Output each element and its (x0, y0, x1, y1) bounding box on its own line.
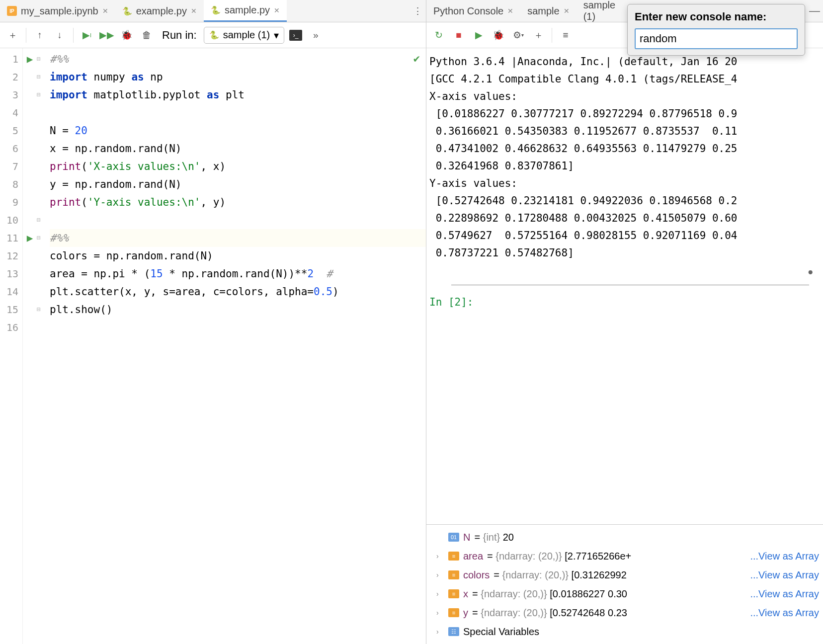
tab-label: Python Console (433, 5, 503, 17)
console-output-line: 0.78737221 0.57482768] (429, 244, 820, 262)
view-as-array-link[interactable]: ...View as Array (750, 567, 819, 583)
separator (73, 28, 74, 43)
variable-row[interactable]: ›≡colors = {ndarray: (20,)} [0.31262992 … (426, 565, 823, 584)
close-icon[interactable]: ✕ (191, 7, 197, 15)
rename-console-input[interactable] (635, 28, 798, 49)
console-output-line: X-axis values: (429, 88, 820, 105)
var-value: = {ndarray: (20,)} [0.52742648 0.23 (472, 605, 627, 621)
stop-button[interactable]: ■ (450, 27, 467, 44)
var-type-icon: ≡ (448, 589, 459, 598)
var-name: y (463, 605, 468, 621)
console-output-line: Python 3.6.4 |Anaconda, Inc.| (default, … (429, 53, 820, 71)
debug-console-button[interactable]: 🐞 (490, 27, 507, 44)
run-all-button[interactable]: ▶▶ (98, 27, 115, 44)
run-target-select[interactable]: sample (1) ▾ (204, 27, 284, 44)
python-file-icon (211, 5, 221, 15)
console-output-line: 0.36166021 0.54350383 0.11952677 0.87355… (429, 123, 820, 140)
tab-label: my_sample.ipynb (21, 5, 98, 17)
expand-arrow-icon[interactable]: › (436, 586, 444, 602)
var-name: N (463, 529, 470, 545)
rename-console-label: Enter new console name: (635, 10, 798, 23)
var-type-icon: ≡ (448, 608, 459, 617)
python-file-icon (122, 6, 132, 16)
input-prompt[interactable]: In [2]: (429, 296, 820, 308)
variable-row[interactable]: ›≡y = {ndarray: (20,)} [0.52742648 0.23.… (426, 603, 823, 622)
variable-row[interactable]: ›≡x = {ndarray: (20,)} [0.01886227 0.30.… (426, 584, 823, 603)
expand-arrow-icon[interactable]: › (436, 548, 444, 564)
console-output-line: 0.32641968 0.83707861] (429, 158, 820, 175)
var-value: = {ndarray: (20,)} [0.01886227 0.30 (472, 586, 627, 602)
new-console-button[interactable]: ＋ (530, 27, 547, 44)
console-output-line: 0.47341002 0.46628632 0.64935563 0.11479… (429, 140, 820, 158)
toolbar-overflow-button[interactable]: » (307, 27, 324, 44)
tab-sample-console[interactable]: sample ✕ (520, 0, 576, 22)
var-name: colors (463, 567, 490, 583)
console-output-line: [0.52742648 0.23214181 0.94922036 0.1894… (429, 192, 820, 210)
tab-label: sample (527, 5, 559, 17)
output-separator (451, 285, 809, 285)
line-number-gutter: 12345678910111213141516 (0, 48, 23, 644)
separator (26, 28, 26, 43)
console-output[interactable]: Python 3.6.4 |Anaconda, Inc.| (default, … (426, 48, 823, 267)
editor-toolbar: ＋ ↑ ↓ ▶I ▶▶ 🐞 🗑 Run in: sample (1) ▾ ›_ … (0, 22, 426, 48)
close-icon[interactable]: ✕ (507, 7, 513, 15)
terminal-icon: ›_ (289, 30, 302, 41)
delete-cell-button[interactable]: 🗑 (138, 27, 155, 44)
open-console-button[interactable]: ›_ (287, 27, 304, 44)
move-up-button[interactable]: ↑ (31, 27, 48, 44)
expand-arrow-icon[interactable]: › (436, 567, 444, 583)
execute-button[interactable]: ▶ (470, 27, 487, 44)
tab-my-sample-ipynb[interactable]: my_sample.ipynb ✕ (0, 0, 115, 22)
soft-wrap-button[interactable]: ≡ (557, 27, 574, 44)
var-value: = {ndarray: (20,)} [2.77165266e+ (487, 548, 631, 564)
expand-arrow-icon[interactable]: › (436, 624, 444, 640)
console-output-line: Y-axis values: (429, 175, 820, 192)
rerun-button[interactable]: ↻ (430, 27, 447, 44)
close-icon[interactable]: ✕ (102, 7, 108, 15)
var-value: = {int} 20 (474, 529, 514, 545)
variable-row[interactable]: 01N = {int} 20 (426, 528, 823, 547)
view-as-array-link[interactable]: ...View as Array (750, 548, 819, 564)
inspection-ok-icon[interactable]: ✔ (413, 52, 420, 65)
python-file-icon (209, 30, 219, 40)
code-editor[interactable]: 12345678910111213141516 ▶▶ ⊟⊟⊟⊟⊟⊟ #%%imp… (0, 48, 426, 644)
close-icon[interactable]: ✕ (564, 7, 570, 15)
console-properties-button[interactable]: ⚙▾ (510, 27, 527, 44)
tab-example-py[interactable]: example.py ✕ (115, 0, 204, 22)
var-type-icon: ≡ (448, 552, 459, 561)
scroll-marker-icon: • (808, 264, 813, 281)
run-in-label: Run in: (162, 29, 197, 42)
var-type-icon: 01 (448, 533, 459, 542)
run-cell-button[interactable]: ▶I (79, 27, 95, 44)
console-output-line: 0.5749627 0.57255164 0.98028155 0.920711… (429, 227, 820, 244)
run-target-value: sample (1) (223, 29, 270, 41)
hide-tool-window-button[interactable]: — (806, 2, 823, 19)
rename-console-popup: Enter new console name: (627, 4, 805, 56)
tab-python-console[interactable]: Python Console ✕ (426, 0, 520, 22)
chevron-down-icon: ▾ (274, 29, 279, 41)
console-output-line: 0.22898692 0.17280488 0.00432025 0.41505… (429, 210, 820, 227)
close-icon[interactable]: ✕ (274, 6, 280, 14)
line-marks-gutter: ▶▶ (23, 48, 37, 644)
code-content[interactable]: #%%import numpy as npimport matplotlib.p… (47, 48, 426, 644)
view-as-array-link[interactable]: ...View as Array (750, 605, 819, 621)
variable-row[interactable]: ›≡area = {ndarray: (20,)} [2.77165266e+.… (426, 547, 823, 565)
expand-arrow-icon[interactable]: › (436, 605, 444, 621)
app-root: my_sample.ipynb ✕ example.py ✕ sample.py… (0, 0, 823, 644)
add-cell-button[interactable]: ＋ (4, 27, 21, 44)
variable-row[interactable]: ›☷Special Variables (426, 622, 823, 641)
debug-cell-button[interactable]: 🐞 (118, 27, 135, 44)
fold-gutter: ⊟⊟⊟⊟⊟⊟ (37, 48, 47, 644)
var-name: area (463, 548, 483, 564)
var-value: Special Variables (463, 624, 539, 640)
var-type-icon: ≡ (448, 570, 459, 579)
var-value: = {ndarray: (20,)} [0.31262992 (494, 567, 626, 583)
tab-label: sample.py (225, 4, 270, 16)
move-down-button[interactable]: ↓ (51, 27, 68, 44)
console-output-line: [0.01886227 0.30777217 0.89272294 0.8779… (429, 105, 820, 123)
editor-tabs: my_sample.ipynb ✕ example.py ✕ sample.py… (0, 0, 426, 22)
tabs-overflow-button[interactable]: ⋮ (409, 2, 426, 19)
view-as-array-link[interactable]: ...View as Array (750, 586, 819, 602)
tab-sample-py[interactable]: sample.py ✕ (204, 0, 287, 22)
tab-label: sample (1) (583, 0, 624, 22)
